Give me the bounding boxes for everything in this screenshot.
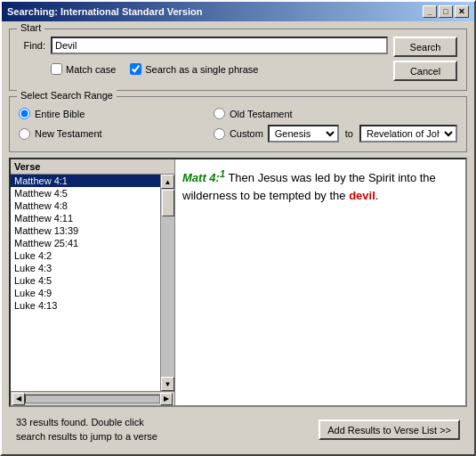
verse-text-panel: Matt 4:1 Then Jesus was led by the Spiri… (175, 159, 465, 405)
maximize-button[interactable]: □ (439, 5, 453, 18)
match-case-item[interactable]: Match case (51, 63, 116, 75)
scroll-track[interactable] (161, 189, 174, 377)
verse-item[interactable]: Luke 4:5 (11, 274, 160, 287)
status-text: 33 results found. Double click search re… (16, 416, 157, 444)
entire-bible-label: Entire Bible (35, 109, 85, 119)
verse-list-scroll[interactable]: Matthew 4:1 Matthew 4:5 Matthew 4:8 Matt… (11, 175, 160, 391)
start-group-label: Start (17, 22, 44, 33)
minimize-button[interactable]: _ (423, 5, 437, 18)
search-button[interactable]: Search (393, 37, 457, 57)
verse-item[interactable]: Luke 4:9 (11, 287, 160, 299)
range-group: Select Search Range Entire Bible Old Tes… (9, 96, 467, 152)
vertical-scrollbar[interactable]: ▲ ▼ (160, 175, 174, 391)
scroll-thumb[interactable] (162, 190, 174, 216)
verse-reference: Matt 4:1 (182, 171, 225, 184)
scroll-right-button[interactable]: ▶ (160, 393, 173, 405)
button-col: Search Cancel (393, 37, 457, 81)
scroll-left-button[interactable]: ◀ (12, 393, 25, 405)
bottom-bar: 33 results found. Double click search re… (9, 412, 467, 447)
verse-item[interactable]: Matthew 25:41 (11, 237, 160, 249)
start-group: Start Find: Match case Search (9, 28, 467, 91)
status-line2: search results to jump to a verse (16, 430, 157, 444)
single-phrase-checkbox[interactable] (130, 63, 141, 75)
verse-item[interactable]: Luke 4:2 (11, 249, 160, 262)
single-phrase-item[interactable]: Search as a single phrase (130, 63, 258, 75)
horizontal-scrollbar[interactable]: ◀ ▶ (11, 391, 174, 405)
custom-item[interactable]: Custom (214, 128, 263, 140)
verse-item[interactable]: Luke 4:3 (11, 262, 160, 274)
entire-bible-item[interactable]: Entire Bible (19, 108, 205, 119)
new-testament-radio[interactable] (19, 128, 30, 140)
range-grid: Entire Bible Old Testament New Testament… (19, 108, 457, 142)
from-dropdown[interactable]: Genesis Exodus (268, 125, 339, 142)
find-input[interactable] (51, 37, 388, 54)
to-label: to (345, 128, 353, 139)
find-row: Find: (19, 37, 388, 54)
old-testament-item[interactable]: Old Testament (214, 108, 457, 119)
find-area: Find: Match case Search as a single phra… (19, 37, 457, 81)
scroll-down-button[interactable]: ▼ (161, 377, 174, 391)
results-area: Verse Matthew 4:1 Matthew 4:5 Matthew 4:… (9, 158, 467, 407)
new-testament-item[interactable]: New Testament (19, 125, 205, 142)
results-inner: Verse Matthew 4:1 Matthew 4:5 Matthew 4:… (11, 159, 465, 405)
single-phrase-label: Search as a single phrase (145, 64, 258, 75)
match-case-label: Match case (66, 64, 116, 75)
add-results-button[interactable]: Add Results to Verse List >> (319, 419, 460, 440)
hscroll-track[interactable] (25, 395, 160, 403)
range-group-label: Select Search Range (17, 90, 117, 101)
checkbox-row: Match case Search as a single phrase (19, 63, 388, 75)
custom-label: Custom (230, 128, 263, 139)
verse-item[interactable]: Matthew 4:5 (11, 187, 160, 200)
old-testament-radio[interactable] (214, 108, 225, 119)
verse-item[interactable]: Matthew 13:39 (11, 224, 160, 237)
verse-item[interactable]: Matthew 4:11 (11, 212, 160, 224)
verse-list-container: Matthew 4:1 Matthew 4:5 Matthew 4:8 Matt… (11, 175, 174, 391)
verse-list-panel: Verse Matthew 4:1 Matthew 4:5 Matthew 4:… (11, 159, 175, 405)
entire-bible-radio[interactable] (19, 108, 30, 119)
find-main: Find: Match case Search as a single phra… (19, 37, 388, 81)
title-bar-buttons: _ □ ✕ (423, 5, 469, 18)
highlighted-word: devil (349, 189, 375, 202)
close-button[interactable]: ✕ (455, 5, 469, 18)
custom-radio[interactable] (214, 128, 225, 140)
to-dropdown[interactable]: Revelation of John Jude (359, 125, 457, 142)
verse-item[interactable]: Matthew 4:8 (11, 200, 160, 212)
verse-item[interactable]: Matthew 4:1 (11, 175, 160, 187)
new-testament-label: New Testament (35, 128, 102, 139)
scroll-up-button[interactable]: ▲ (161, 175, 174, 189)
old-testament-label: Old Testament (230, 109, 293, 119)
title-bar: Searching: International Standard Versio… (2, 2, 474, 21)
cancel-button[interactable]: Cancel (393, 61, 457, 81)
find-label: Find: (19, 40, 45, 51)
status-line1: 33 results found. Double click (16, 416, 157, 429)
main-window: Searching: International Standard Versio… (0, 0, 476, 456)
window-title: Searching: International Standard Versio… (7, 6, 202, 17)
window-content: Start Find: Match case Search (2, 21, 474, 454)
verse-list-header: Verse (11, 159, 174, 175)
verse-item[interactable]: Luke 4:13 (11, 299, 160, 312)
custom-row: Custom Genesis Exodus to Revelation of J… (214, 125, 457, 142)
match-case-checkbox[interactable] (51, 63, 62, 75)
verse-text-after: . (375, 189, 379, 202)
